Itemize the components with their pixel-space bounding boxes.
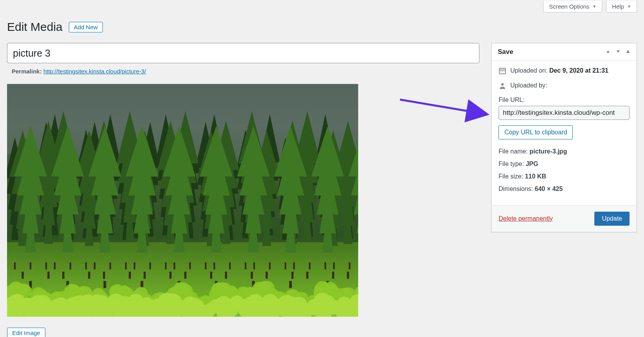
- edit-image-button[interactable]: Edit Image: [7, 328, 45, 337]
- caret-down-icon: ▼: [627, 4, 631, 9]
- screen-options-tab[interactable]: Screen Options ▼: [543, 1, 602, 12]
- update-button[interactable]: Update: [594, 212, 630, 226]
- panel-toggle-icon[interactable]: [626, 49, 630, 55]
- add-new-button[interactable]: Add New: [69, 22, 103, 32]
- uploaded-by-label: Uploaded by:: [510, 82, 547, 89]
- uploaded-on-value: Dec 9, 2020 at 21:31: [549, 67, 608, 74]
- svg-rect-5: [502, 71, 503, 71]
- panel-move-down-icon[interactable]: [615, 49, 621, 55]
- media-title-input[interactable]: [7, 43, 479, 63]
- svg-point-7: [501, 83, 504, 85]
- file-url-input[interactable]: [499, 106, 630, 120]
- user-icon: [499, 82, 506, 90]
- uploaded-on-label: Uploaded on:: [510, 67, 547, 74]
- copy-url-button[interactable]: Copy URL to clipboard: [499, 125, 573, 139]
- dimensions-label: Dimensions:: [499, 185, 533, 192]
- page-title: Edit Media: [7, 20, 63, 34]
- screen-options-label: Screen Options: [549, 3, 589, 10]
- file-name-label: File name:: [499, 148, 528, 155]
- file-name-value: picture-3.jpg: [529, 148, 567, 155]
- svg-rect-6: [504, 71, 504, 71]
- file-type-value: JPG: [526, 160, 538, 167]
- file-size-label: File size:: [499, 173, 523, 180]
- caret-down-icon: ▼: [592, 4, 596, 9]
- delete-permanently-link[interactable]: Delete permanently: [499, 215, 553, 222]
- permalink-row: Permalink: http://testingsitex.kinsta.cl…: [7, 68, 479, 75]
- save-postbox-title: Save: [498, 48, 513, 56]
- help-label: Help: [612, 3, 624, 10]
- file-size-value: 110 KB: [525, 173, 546, 180]
- permalink-label: Permalink:: [12, 68, 42, 75]
- permalink-link[interactable]: http://testingsitex.kinsta.cloud/picture…: [43, 68, 146, 75]
- calendar-icon: [499, 67, 506, 75]
- media-preview-image: [7, 84, 358, 317]
- file-url-label: File URL:: [499, 96, 630, 103]
- panel-move-up-icon[interactable]: [605, 49, 611, 55]
- file-type-label: File type:: [499, 160, 524, 167]
- save-postbox: Save: [491, 43, 637, 232]
- help-tab[interactable]: Help ▼: [606, 1, 637, 12]
- dimensions-value: 640 × 425: [535, 185, 563, 192]
- svg-rect-4: [500, 71, 501, 71]
